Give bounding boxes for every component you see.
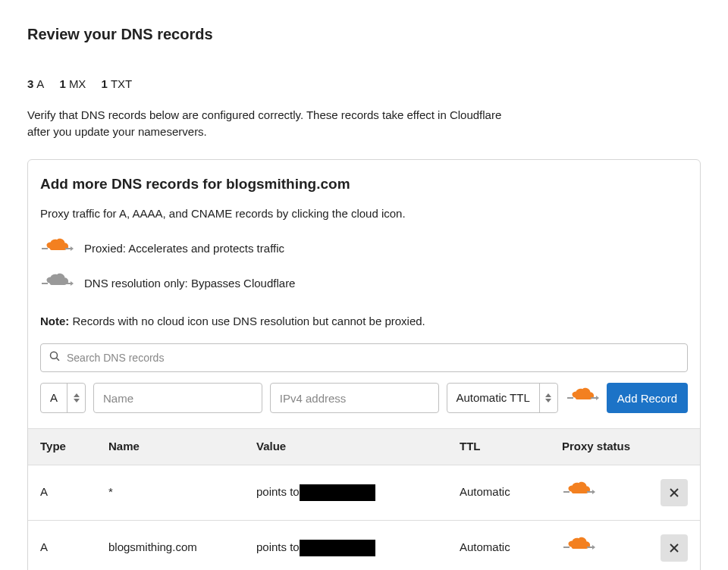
record-counts: 3A 1MX 1TXT — [27, 76, 701, 93]
note-text: Note: Records with no cloud icon use DNS… — [40, 313, 688, 330]
svg-marker-9 — [74, 399, 80, 402]
legend-proxied: Proxied: Accelerates and protects traffi… — [40, 238, 688, 260]
legend-dns-only: DNS resolution only: Bypasses Cloudflare — [40, 273, 688, 295]
page-title: Review your DNS records — [27, 23, 701, 45]
dns-card: Add more DNS records for blogsmithing.co… — [27, 159, 701, 571]
cloud-dns-only-icon — [40, 273, 74, 295]
svg-marker-8 — [74, 393, 80, 397]
add-record-button[interactable]: Add Record — [607, 383, 688, 413]
cloud-proxied-icon[interactable] — [562, 481, 595, 503]
search-input[interactable] — [40, 343, 688, 372]
th-ttl: TTL — [460, 438, 562, 456]
card-title: Add more DNS records for blogsmithing.co… — [40, 174, 688, 196]
delete-button[interactable] — [661, 479, 688, 506]
cell-value: points to — [256, 539, 460, 556]
svg-point-6 — [51, 352, 58, 359]
svg-marker-11 — [545, 399, 551, 402]
table-header: Type Name Value TTL Proxy status — [28, 428, 700, 465]
svg-line-7 — [57, 358, 60, 361]
cell-name: * — [108, 484, 256, 501]
add-record-row: A Automatic TTL Add Record — [40, 383, 688, 413]
th-value: Value — [256, 438, 460, 456]
legend-dns-only-label: DNS resolution only: Bypasses Cloudflare — [84, 275, 295, 293]
th-type: Type — [40, 438, 108, 456]
cell-ttl: Automatic — [460, 539, 562, 556]
cell-type: A — [40, 539, 108, 556]
cell-type: A — [40, 484, 108, 501]
svg-marker-22 — [592, 545, 595, 550]
delete-button[interactable] — [661, 534, 688, 562]
cloud-proxied-icon — [40, 238, 74, 260]
record-ip-input[interactable] — [270, 383, 439, 413]
description-text: Verify that DNS records below are config… — [27, 107, 520, 141]
svg-marker-2 — [71, 246, 74, 251]
cell-value: points to — [256, 484, 460, 501]
dns-table: Type Name Value TTL Proxy status A * poi… — [28, 428, 700, 570]
redacted-value — [300, 484, 375, 501]
th-name: Name — [108, 438, 256, 456]
record-type-select[interactable]: A — [40, 383, 86, 413]
redacted-value — [300, 540, 375, 556]
chevron-updown-icon — [67, 384, 85, 412]
table-row: A blogsmithing.com points to Automatic — [28, 521, 700, 571]
svg-marker-5 — [71, 281, 74, 286]
proxy-toggle[interactable] — [566, 387, 599, 409]
cell-ttl: Automatic — [460, 484, 562, 501]
card-subtext: Proxy traffic for A, AAAA, and CNAME rec… — [40, 205, 688, 223]
cell-name: blogsmithing.com — [108, 539, 256, 556]
search-icon — [49, 349, 60, 367]
th-proxy: Proxy status — [562, 438, 653, 456]
chevron-updown-icon — [539, 384, 557, 412]
svg-marker-10 — [545, 393, 551, 397]
cloud-proxied-icon[interactable] — [562, 537, 595, 559]
record-name-input[interactable] — [93, 383, 262, 413]
legend-proxied-label: Proxied: Accelerates and protects traffi… — [84, 240, 284, 258]
cell-proxy — [562, 481, 653, 503]
svg-marker-17 — [592, 490, 595, 494]
close-icon — [669, 543, 679, 553]
table-row: A * points to Automatic — [28, 465, 700, 521]
close-icon — [669, 487, 679, 498]
record-ttl-select[interactable]: Automatic TTL — [447, 383, 558, 413]
cell-proxy — [562, 537, 653, 559]
svg-marker-14 — [596, 396, 599, 400]
